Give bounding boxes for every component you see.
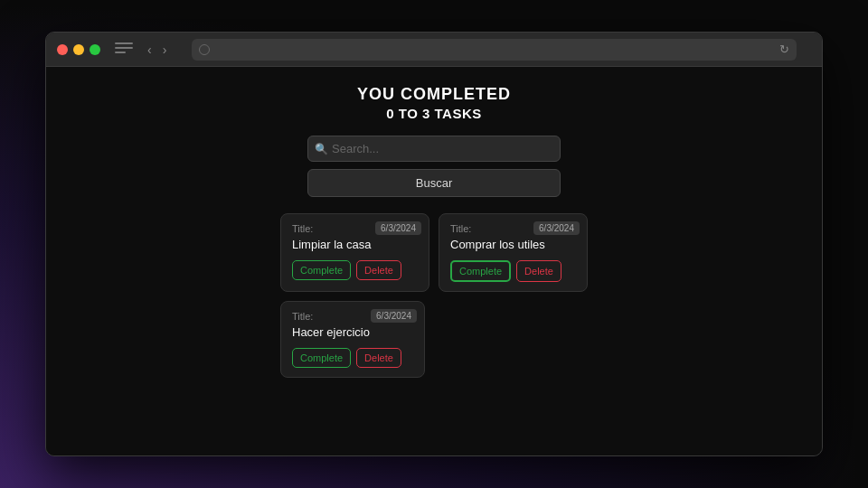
search-icon: 🔍 (315, 143, 328, 155)
task-card-3: 6/3/2024 Title: Hacer ejercicio Complete… (280, 301, 425, 378)
forward-button[interactable]: › (159, 41, 171, 59)
task-title-3: Hacer ejercicio (292, 325, 413, 339)
task-actions-2: Complete Delete (450, 260, 576, 282)
task-date-2: 6/3/2024 (533, 221, 580, 235)
address-bar[interactable]: ↻ (192, 39, 797, 61)
titlebar: ‹ › ↻ (46, 33, 822, 67)
maximize-button[interactable] (90, 44, 100, 55)
delete-button-1[interactable]: Delete (356, 260, 401, 280)
nav-buttons: ‹ › (144, 41, 170, 59)
browser-window: ‹ › ↻ YOU COMPLETED 0 TO 3 TASKS 🔍 Busca… (45, 32, 823, 456)
heading-line2: 0 TO 3 TASKS (357, 106, 511, 121)
task-actions-3: Complete Delete (292, 348, 413, 368)
complete-button-1[interactable]: Complete (292, 260, 351, 280)
task-title-2: Comprar los utiles (450, 238, 576, 251)
task-card-1: 6/3/2024 Title: Limpiar la casa Complete… (280, 213, 429, 292)
back-button[interactable]: ‹ (144, 41, 156, 59)
task-actions-1: Complete Delete (292, 260, 418, 280)
delete-button-3[interactable]: Delete (356, 348, 401, 368)
minimize-button[interactable] (73, 44, 84, 55)
address-search-icon (199, 44, 210, 55)
delete-button-2[interactable]: Delete (516, 260, 561, 282)
heading-line1: YOU COMPLETED (357, 85, 511, 104)
complete-button-3[interactable]: Complete (292, 348, 351, 368)
task-date-3: 6/3/2024 (371, 309, 417, 323)
tasks-grid: 6/3/2024 Title: Limpiar la casa Complete… (280, 213, 588, 378)
task-title-1: Limpiar la casa (292, 238, 418, 251)
search-input[interactable] (307, 136, 561, 162)
search-wrapper: 🔍 (307, 136, 561, 162)
refresh-button[interactable]: ↻ (779, 42, 789, 56)
page-heading: YOU COMPLETED 0 TO 3 TASKS (357, 85, 511, 121)
sidebar-toggle-icon[interactable] (115, 42, 133, 57)
search-area: 🔍 Buscar (307, 136, 561, 197)
buscar-button[interactable]: Buscar (307, 169, 561, 197)
browser-content: YOU COMPLETED 0 TO 3 TASKS 🔍 Buscar 6/3/… (46, 67, 822, 455)
close-button[interactable] (57, 44, 68, 55)
task-date-1: 6/3/2024 (375, 221, 421, 235)
traffic-lights (57, 44, 100, 55)
task-card-2: 6/3/2024 Title: Comprar los utiles Compl… (439, 213, 588, 292)
complete-button-2[interactable]: Complete (450, 260, 511, 282)
